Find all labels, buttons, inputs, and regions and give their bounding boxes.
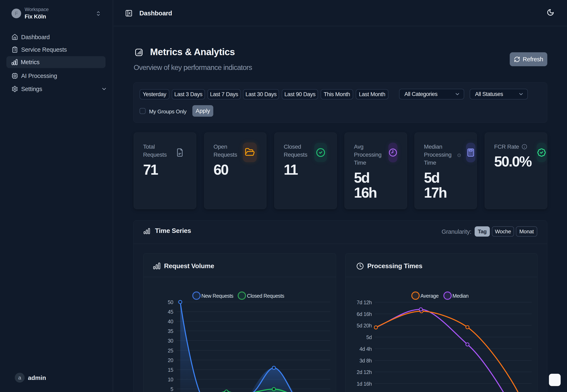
svg-text:5d: 5d — [366, 334, 372, 340]
svg-text:50: 50 — [168, 299, 173, 305]
svg-text:Median: Median — [452, 293, 468, 299]
svg-text:1d 16h: 1d 16h — [357, 381, 372, 387]
svg-text:10: 10 — [168, 377, 173, 382]
svg-text:40: 40 — [168, 319, 173, 324]
svg-text:6d 16h: 6d 16h — [357, 311, 372, 317]
svg-text:Average: Average — [420, 293, 438, 299]
svg-text:5d 20h: 5d 20h — [357, 323, 372, 328]
svg-text:15: 15 — [168, 367, 173, 373]
svg-text:7d 12h: 7d 12h — [357, 300, 372, 305]
svg-text:4d 4h: 4d 4h — [359, 346, 372, 352]
svg-text:New Requests: New Requests — [201, 293, 233, 299]
svg-text:45: 45 — [168, 309, 173, 315]
svg-text:Closed Requests: Closed Requests — [247, 293, 284, 299]
svg-text:5: 5 — [171, 386, 173, 392]
svg-text:30: 30 — [168, 338, 173, 344]
svg-text:25: 25 — [168, 348, 173, 353]
svg-text:35: 35 — [168, 328, 173, 334]
svg-text:3d 8h: 3d 8h — [359, 358, 372, 364]
svg-text:2d 12h: 2d 12h — [357, 369, 372, 375]
svg-text:20: 20 — [168, 357, 173, 363]
